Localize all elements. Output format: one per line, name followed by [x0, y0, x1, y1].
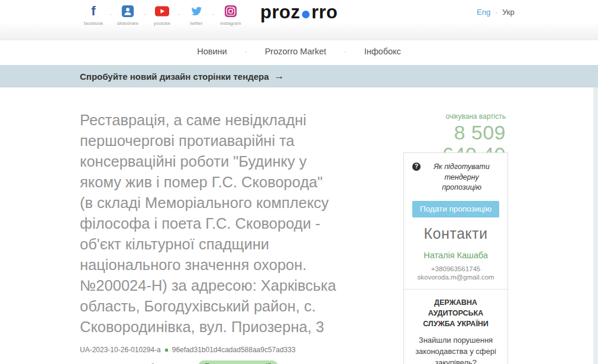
- youtube-icon: [155, 4, 169, 18]
- social-label: youtube: [154, 21, 170, 26]
- social-slideshare[interactable]: slideshare: [113, 4, 143, 26]
- separator-dot: ·: [495, 8, 497, 17]
- separator-dot: ·: [178, 10, 180, 18]
- contacts-title: Контакти: [412, 225, 499, 242]
- tender-hash: 96efad31b01d4cadad588aa9c57ad333: [172, 346, 296, 354]
- social-facebook[interactable]: f facebook: [79, 4, 108, 26]
- instagram-icon: [224, 4, 237, 18]
- logo-text-left: proz: [260, 2, 300, 22]
- social-links: f facebook · slideshare · youtube · twit…: [79, 4, 245, 26]
- prozorro-logo[interactable]: prozrro: [260, 2, 338, 23]
- contact-name[interactable]: Наталія Кашаба: [412, 251, 499, 260]
- status-badge: Подання пропозицій: [198, 360, 278, 364]
- language-switcher: Eng · Укр: [477, 8, 515, 17]
- procedure-type: Відкриті торги з особливостями: [80, 362, 192, 364]
- nav-prozorro-market-link[interactable]: Prozorro Market: [265, 47, 327, 56]
- tender-title: Реставрація, а саме невідкладні першочер…: [80, 110, 338, 337]
- facebook-icon: f: [91, 5, 95, 18]
- separator-dot: ·: [344, 47, 347, 56]
- tender-main: Реставрація, а саме невідкладні першочер…: [80, 110, 338, 364]
- logo-text-right: rro: [311, 2, 338, 22]
- separator-dot: ·: [245, 47, 247, 56]
- nav-infobox-link[interactable]: Інфобокс: [364, 47, 401, 56]
- how-to-prepare-text: Як підготувати тендерну пропозицію: [424, 162, 499, 193]
- new-design-banner[interactable]: Спробуйте новий дизайн сторінки тендера …: [0, 65, 598, 87]
- submit-proposal-button[interactable]: Подати пропозицію: [412, 201, 499, 217]
- twitter-icon: [190, 4, 203, 18]
- scrollbar[interactable]: [593, 87, 598, 364]
- audit-service-title: ДЕРЖАВНА АУДИТОРСЬКА СЛУЖБА УКРАЇНИ: [412, 297, 499, 329]
- contact-phone: +380963561745: [412, 265, 499, 272]
- separator-dot: ·: [144, 10, 146, 18]
- social-label: facebook: [84, 21, 103, 26]
- lang-ukr-link[interactable]: Укр: [502, 8, 515, 17]
- sidebar-card: ? Як підготувати тендерну пропозицію Под…: [403, 152, 508, 364]
- procedure-row: Відкриті торги з особливостями Подання п…: [80, 360, 338, 364]
- slideshare-icon: [121, 4, 134, 18]
- tender-id-row: UA-2023-10-26-010294-a 96efad31b01d4cada…: [80, 346, 338, 354]
- audit-question-text: Знайшли порушення законодавства у сфері …: [412, 335, 499, 364]
- social-youtube[interactable]: youtube: [147, 4, 177, 26]
- social-label: instagram: [220, 21, 241, 26]
- lang-eng-link[interactable]: Eng: [477, 8, 490, 17]
- expected-value-label: очікувана вартість: [397, 112, 506, 121]
- social-label: slideshare: [117, 21, 138, 26]
- green-dot-separator: [165, 349, 168, 352]
- arrow-right-icon: →: [274, 70, 285, 82]
- divider: [404, 289, 508, 290]
- tender-id: UA-2023-10-26-010294-a: [80, 346, 161, 354]
- social-instagram[interactable]: instagram: [216, 4, 245, 26]
- social-label: twitter: [190, 21, 202, 26]
- how-to-prepare-link[interactable]: ? Як підготувати тендерну пропозицію: [412, 162, 499, 193]
- banner-text: Спробуйте новий дизайн сторінки тендера: [80, 72, 269, 82]
- question-circle-icon: ?: [412, 162, 421, 171]
- social-twitter[interactable]: twitter: [182, 4, 211, 26]
- contact-email: skovoroda.m@gmail.com: [412, 274, 499, 281]
- separator-dot: ·: [109, 10, 112, 18]
- main-nav: Новини · Prozorro Market · Інфобокс: [0, 41, 598, 62]
- nav-news-link[interactable]: Новини: [197, 47, 227, 56]
- header: f facebook · slideshare · youtube · twit…: [0, 0, 598, 40]
- separator-dot: ·: [212, 10, 215, 18]
- logo-dot-icon: [302, 11, 309, 18]
